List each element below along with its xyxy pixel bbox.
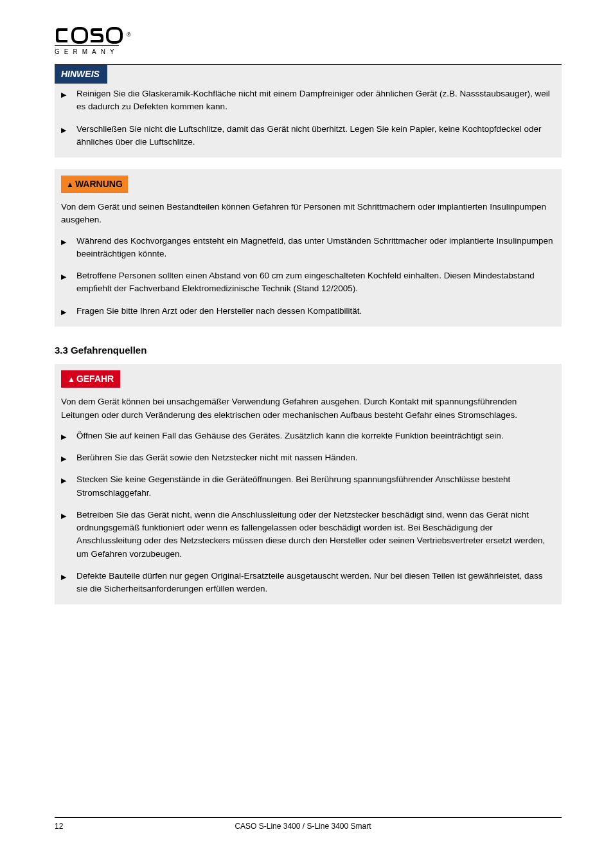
list-item-text: Reinigen Sie die Glaskeramik-Kochfläche …: [76, 89, 550, 111]
warning-triangle-icon: ▲: [66, 180, 74, 189]
bullet-arrow-icon: ▶: [61, 89, 66, 100]
logo-brand: ®: [55, 26, 562, 45]
warnung-list: ▶ Während des Kochvorganges entsteht ein…: [61, 235, 555, 318]
list-item-text: Betreiben Sie das Gerät nicht, wenn die …: [76, 510, 545, 559]
bullet-arrow-icon: ▶: [61, 453, 66, 464]
list-item: ▶ Reinigen Sie die Glaskeramik-Kochfläch…: [61, 87, 555, 114]
registered-mark: ®: [127, 31, 130, 40]
list-item-text: Berühren Sie das Gerät sowie den Netzste…: [76, 453, 357, 462]
list-item: ▶ Betroffene Personen sollten einen Abst…: [61, 269, 555, 296]
warnung-label-text: WARNUNG: [75, 179, 123, 189]
list-item: ▶ Berühren Sie das Gerät sowie den Netzs…: [61, 451, 555, 464]
bullet-arrow-icon: ▶: [61, 307, 66, 318]
gefahr-label: ▲GEFAHR: [61, 370, 120, 388]
list-item: ▶ Verschließen Sie nicht die Luftschlitz…: [61, 123, 555, 149]
hinweis-box: HINWEIS ▶ Reinigen Sie die Glaskeramik-K…: [55, 65, 562, 158]
gefahr-list: ▶ Öffnen Sie auf keinen Fall das Gehäuse…: [61, 429, 555, 596]
gefahr-label-text: GEFAHR: [76, 374, 114, 384]
hinweis-list: ▶ Reinigen Sie die Glaskeramik-Kochfläch…: [61, 87, 555, 149]
warnung-box: ▲WARNUNG Von dem Gerät und seinen Bestan…: [55, 169, 562, 327]
svg-rect-0: [73, 28, 87, 42]
list-item: ▶ Während des Kochvorganges entsteht ein…: [61, 235, 555, 261]
caso-logo-icon: [55, 26, 125, 45]
footer: 12 CASO S-Line 3400 / S-Line 3400 Smart: [55, 817, 562, 832]
logo-subtitle: GERMANY: [55, 45, 119, 57]
warnung-lead: Von dem Gerät und seinen Bestandteilen k…: [61, 201, 555, 227]
page-number: 12: [55, 820, 222, 832]
list-item-text: Während des Kochvorganges entsteht ein M…: [76, 236, 553, 258]
gefahr-lead: Von dem Gerät können bei unsachgemäßer V…: [61, 395, 555, 422]
gefahr-box: ▲GEFAHR Von dem Gerät können bei unsachg…: [55, 364, 562, 604]
svg-rect-1: [107, 28, 121, 42]
logo-block: ® GERMANY: [55, 26, 562, 62]
bullet-arrow-icon: ▶: [61, 475, 66, 486]
list-item-text: Öffnen Sie auf keinen Fall das Gehäuse d…: [76, 431, 504, 440]
bullet-arrow-icon: ▶: [61, 125, 66, 136]
list-item: ▶ Fragen Sie bitte Ihren Arzt oder den H…: [61, 305, 555, 318]
list-item-text: Betroffene Personen sollten einen Abstan…: [76, 271, 535, 293]
bullet-arrow-icon: ▶: [61, 237, 66, 248]
bullet-arrow-icon: ▶: [61, 271, 66, 282]
warnung-label: ▲WARNUNG: [61, 176, 128, 193]
bullet-arrow-icon: ▶: [61, 572, 66, 583]
section-heading: 3.3 Gefahrenquellen: [55, 343, 562, 358]
list-item: ▶ Öffnen Sie auf keinen Fall das Gehäuse…: [61, 429, 555, 442]
list-item-text: Fragen Sie bitte Ihren Arzt oder den Her…: [76, 306, 362, 316]
bullet-arrow-icon: ▶: [61, 431, 66, 442]
warning-triangle-icon: ▲: [67, 375, 75, 384]
list-item-text: Stecken Sie keine Gegenstände in die Ger…: [76, 475, 510, 497]
list-item: ▶ Betreiben Sie das Gerät nicht, wenn di…: [61, 509, 555, 561]
list-item-text: Defekte Bauteile dürfen nur gegen Origin…: [76, 571, 542, 593]
hinweis-label: HINWEIS: [55, 65, 107, 84]
list-item-text: Verschließen Sie nicht die Luftschlitze,…: [76, 124, 541, 147]
list-item: ▶ Stecken Sie keine Gegenstände in die G…: [61, 473, 555, 500]
list-item: ▶ Defekte Bauteile dürfen nur gegen Orig…: [61, 570, 555, 596]
footer-product: CASO S-Line 3400 / S-Line 3400 Smart: [222, 820, 562, 832]
bullet-arrow-icon: ▶: [61, 511, 66, 521]
